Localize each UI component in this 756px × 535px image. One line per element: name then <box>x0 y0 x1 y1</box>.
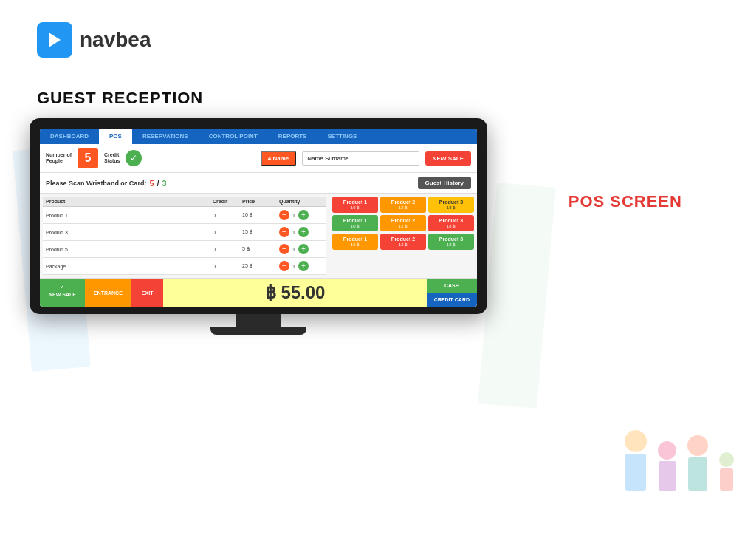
nav-settings[interactable]: SETTINGS <box>317 129 367 144</box>
new-sale-button[interactable]: ✓ NEW SALE <box>40 279 85 307</box>
payment-buttons: CASH CREDIT CARD <box>427 279 477 307</box>
grid-row: Product 1 10 ฿ Product 2 12 ฿ Product 3 … <box>332 215 474 231</box>
product-grid-cell[interactable]: Product 2 12 ฿ <box>380 215 426 231</box>
table-row: Product 3 0 15 ฿ − 1 + <box>43 224 326 241</box>
nav-pos[interactable]: POS <box>99 129 132 144</box>
product-table: Product Credit Price Quantity Product 1 … <box>40 194 329 278</box>
product-grid-cell[interactable]: Product 3 18 ฿ <box>428 215 474 231</box>
qty-control: − 1 + <box>279 261 323 271</box>
qty-plus-button[interactable]: + <box>298 227 309 237</box>
product-grid-cell[interactable]: Product 1 10 ฿ <box>332 197 378 213</box>
nav-control-point[interactable]: CONTROL POINT <box>199 129 268 144</box>
monitor-stand <box>30 314 487 335</box>
person-figure <box>625 430 647 491</box>
scan-bar: Please Scan Wristband or Card: 5 / 3 Gue… <box>40 173 477 194</box>
qty-control: − 1 + <box>279 227 323 237</box>
number-of-people-value: 5 <box>78 148 98 168</box>
page-title: GUEST RECEPTION <box>37 89 203 108</box>
qty-control: − 1 + <box>279 210 323 220</box>
name-input[interactable] <box>302 151 419 166</box>
nav-reservations[interactable]: RESERVATIONS <box>132 129 199 144</box>
qty-minus-button[interactable]: − <box>279 227 289 237</box>
svg-marker-0 <box>49 33 61 47</box>
product-grid-cell[interactable]: Product 3 18 ฿ <box>428 197 474 213</box>
qty-plus-button[interactable]: + <box>298 261 309 271</box>
people-illustration <box>625 430 734 491</box>
nav-dashboard[interactable]: DASHBOARD <box>40 129 99 144</box>
product-grid-cell[interactable]: Product 3 18 ฿ <box>428 234 474 250</box>
credit-status-icon: ✓ <box>126 150 142 166</box>
brand-name: navbea <box>80 28 151 52</box>
entrance-button[interactable]: ENTRANCE <box>85 279 131 307</box>
monitor-screen: DASHBOARD POS RESERVATIONS CONTROL POINT… <box>40 129 477 307</box>
qty-plus-button[interactable]: + <box>298 210 309 220</box>
product-grid-cell[interactable]: Product 1 10 ฿ <box>332 234 378 250</box>
monitor-wrapper: DASHBOARD POS RESERVATIONS CONTROL POINT… <box>30 118 487 335</box>
product-grid-cell[interactable]: Product 2 12 ฿ <box>380 197 426 213</box>
credit-card-button[interactable]: CREDIT CARD <box>427 293 477 307</box>
nav-bar: DASHBOARD POS RESERVATIONS CONTROL POINT… <box>40 129 477 144</box>
product-grid-cell[interactable]: Product 1 10 ฿ <box>332 215 378 231</box>
person-figure <box>658 441 676 491</box>
table-row: Package 1 0 25 ฿ − 1 + <box>43 258 326 275</box>
product-grid-cell[interactable]: Product 2 12 ฿ <box>380 234 426 250</box>
cash-button[interactable]: CASH <box>427 279 477 293</box>
main-content: Product Credit Price Quantity Product 1 … <box>40 194 477 278</box>
qty-minus-button[interactable]: − <box>279 261 289 271</box>
logo-icon <box>37 22 72 58</box>
stand-base <box>210 327 306 335</box>
table-row: Product 5 0 5 ฿ − 1 + <box>43 241 326 258</box>
scan-divider: / <box>157 179 159 188</box>
exit-button[interactable]: EXIT <box>131 279 164 307</box>
number-of-people-label: Number of People <box>46 152 72 165</box>
scan-total: 3 <box>162 179 167 188</box>
qty-minus-button[interactable]: − <box>279 210 289 220</box>
monitor-bezel: DASHBOARD POS RESERVATIONS CONTROL POINT… <box>30 118 487 314</box>
person-figure <box>687 435 708 491</box>
pos-screen-label: POS SCREEN <box>568 192 682 211</box>
scan-current: 5 <box>149 179 154 188</box>
stand-neck <box>236 314 281 327</box>
grid-row: Product 1 10 ฿ Product 2 12 ฿ Product 3 … <box>332 197 474 213</box>
name-button[interactable]: 4.Name <box>261 151 296 166</box>
nav-reports[interactable]: REPORTS <box>268 129 317 144</box>
table-header: Product Credit Price Quantity <box>43 197 326 207</box>
grid-row: Product 1 10 ฿ Product 2 12 ฿ Product 3 … <box>332 234 474 250</box>
person-figure <box>719 452 734 491</box>
save-button[interactable]: NEW SALE <box>425 151 471 166</box>
total-amount: ฿ 55.00 <box>163 279 426 307</box>
credit-status-label: Credit Status <box>104 152 120 165</box>
product-grid: Product 1 10 ฿ Product 2 12 ฿ Product 3 … <box>329 194 477 278</box>
bottom-bar: ✓ NEW SALE ENTRANCE EXIT ฿ 55.00 CASH CR… <box>40 278 477 307</box>
logo-area: navbea <box>37 22 151 58</box>
table-row: Product 1 0 10 ฿ − 1 + <box>43 207 326 224</box>
guest-history-button[interactable]: Guest History <box>418 177 471 189</box>
qty-plus-button[interactable]: + <box>298 244 309 254</box>
qty-control: − 1 + <box>279 244 323 254</box>
qty-minus-button[interactable]: − <box>279 244 289 254</box>
top-bar: Number of People 5 Credit Status ✓ 4.Nam… <box>40 144 477 173</box>
scan-text: Please Scan Wristband or Card: <box>46 180 146 187</box>
